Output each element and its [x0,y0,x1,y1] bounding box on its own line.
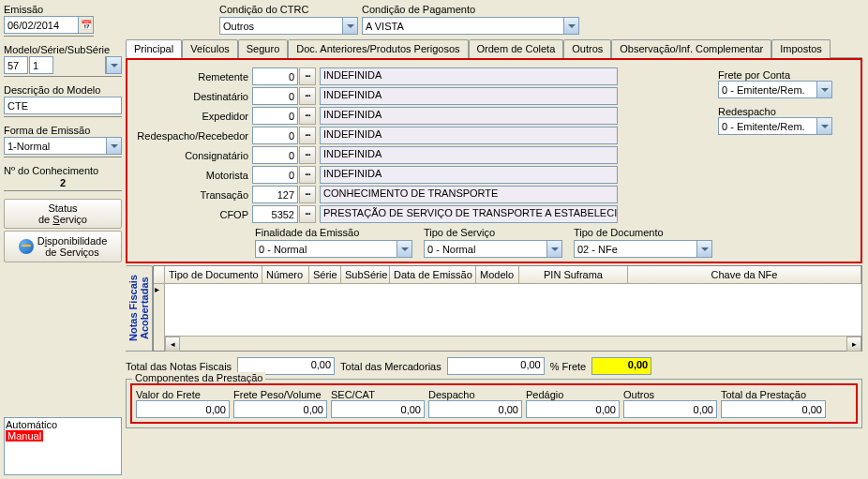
emissao-input[interactable] [4,16,79,34]
pedagio-label: Pedágio [526,389,620,400]
outros-input[interactable] [623,400,717,418]
tab-ordem-coleta[interactable]: Ordem de Coleta [469,39,564,58]
chevron-down-icon[interactable] [696,241,711,257]
tab-doc-anteriores[interactable]: Doc. Anteriores/Produtos Perigosos [288,39,468,58]
numero-value: 2 [4,177,122,191]
destinatario-lookup-button[interactable]: ··· [299,87,316,105]
col-pin-suframa[interactable]: PIN Suframa [519,266,628,283]
transacao-desc: CONHECIMENTO DE TRANSPORTE [320,186,618,203]
chevron-down-icon[interactable] [397,241,412,257]
consignatario-num[interactable] [252,146,298,164]
forma-label: Forma de Emissão [4,125,122,136]
frete-conta-dropdown[interactable]: 0 - Emitente/Rem. [718,81,832,98]
col-modelo[interactable]: Modelo [476,266,519,283]
tab-seguro[interactable]: Seguro [238,39,288,58]
tab-outros[interactable]: Outros [563,39,611,58]
transacao-num[interactable] [252,186,298,203]
scroll-left-button[interactable]: ◂ [165,337,180,352]
row-pointer-icon: ▸ [155,284,159,294]
total-prest-input[interactable] [721,400,826,418]
frete-peso-label: Frete Peso/Volume [233,389,327,400]
destinatario-desc: INDEFINIDA [320,87,618,105]
scroll-right-button[interactable]: ▸ [846,337,861,352]
chevron-down-icon[interactable] [342,18,357,34]
pct-frete-value: 0,00 [591,357,651,375]
side-options: Frete por Conta 0 - Emitente/Rem. Redesp… [718,69,840,135]
tipo-doc-dropdown[interactable]: 02 - NFe [574,240,712,258]
remetente-num[interactable] [252,67,298,85]
tipo-servico-dropdown[interactable]: 0 - Normal [424,240,562,258]
tab-impostos[interactable]: Impostos [771,39,831,58]
calendar-icon[interactable]: 📅 [79,16,94,34]
col-tipo-doc[interactable]: Tipo de Documento [165,266,262,283]
list-item-auto[interactable]: Automático [6,419,120,430]
status-servico-button[interactable]: Statusde Serviço [4,199,122,229]
list-item-manual[interactable]: Manual [6,430,120,442]
destinatario-num[interactable] [252,87,298,105]
remetente-label: Remetente [135,71,252,82]
cfop-desc: PRESTAÇÃO DE SERVIÇO DE TRANSPORTE A EST… [320,205,618,223]
vtab-notas-fiscais[interactable]: Notas Fiscais Acobertadas [126,265,153,352]
ie-icon [19,239,34,254]
outros-label: Outros [623,389,717,400]
tab-veiculos[interactable]: Veículos [182,39,238,58]
transacao-lookup-button[interactable]: ··· [299,186,316,203]
descricao-input[interactable] [4,97,122,114]
col-data-emissao[interactable]: Data de Emissão [390,266,476,283]
cfop-label: CFOP [135,209,252,220]
chevron-down-icon[interactable] [816,82,831,97]
modelo-input-2[interactable] [29,56,53,74]
expedidor-num[interactable] [252,107,298,125]
condicao-ctrc-label: Condição do CTRC [219,4,321,15]
pct-frete-label: % Frete [550,361,587,372]
condicao-pag-label: Condição de Pagamento [362,4,579,15]
col-numero[interactable]: Número [262,266,309,283]
cfop-num[interactable] [252,205,298,223]
redespacho-desc: INDEFINIDA [320,127,618,144]
col-chave-nfe[interactable]: Chave da NFe [628,266,861,283]
motorista-num[interactable] [252,166,298,184]
redespacho-side-dropdown[interactable]: 0 - Emitente/Rem. [718,117,832,135]
modelo-input-1[interactable] [4,56,28,74]
grid-body[interactable]: ▸ [154,284,861,336]
redespacho-side-label: Redespacho [718,106,776,117]
total-nf-label: Total das Notas Fiscais [126,361,232,372]
expedidor-lookup-button[interactable]: ··· [299,107,316,125]
tabs: Principal Veículos Seguro Doc. Anteriore… [126,38,862,58]
finalidade-dropdown[interactable]: 0 - Normal [255,240,412,258]
chevron-down-icon[interactable] [563,18,578,34]
condicao-pag-dropdown[interactable]: A VISTA [362,17,579,35]
frete-peso-input[interactable] [233,400,327,418]
forma-dropdown[interactable]: 1-Normal [4,137,122,155]
pedagio-input[interactable] [526,400,620,418]
condicao-ctrc-dropdown[interactable]: Outros [219,17,358,35]
disponibilidade-button[interactable]: Disponibilidadede Serviços [4,231,122,262]
scrollbar-horizontal[interactable]: ◂ ▸ [154,336,861,351]
total-merc-value: 0,00 [447,357,545,375]
destinatario-label: Destinatário [135,91,252,102]
modelo-label: Modelo/Série/SubSérie [4,44,122,55]
seccat-input[interactable] [331,400,425,418]
consignatario-lookup-button[interactable]: ··· [299,146,316,164]
cfop-lookup-button[interactable]: ··· [299,205,316,223]
col-subserie[interactable]: SubSérie [341,266,390,283]
tab-observacao[interactable]: Observação/Inf. Complementar [611,39,771,58]
emissao-label: Emissão [4,4,122,15]
numero-label: Nº do Conhecimento [4,165,122,176]
chevron-down-icon[interactable] [816,118,831,134]
valor-frete-input[interactable] [136,400,230,418]
mode-listbox[interactable]: Automático Manual [4,417,122,475]
expedidor-label: Expedidor [135,111,252,122]
despacho-input[interactable] [428,400,522,418]
chevron-down-icon[interactable] [546,241,561,257]
left-sidebar: Emissão 📅 Modelo/Série/SubSérie Descriçã… [0,0,126,479]
col-serie[interactable]: Série [309,266,341,283]
motorista-lookup-button[interactable]: ··· [299,166,316,184]
redespacho-lookup-button[interactable]: ··· [299,127,316,144]
total-merc-label: Total das Mercadorias [340,361,441,372]
chevron-down-icon[interactable] [106,138,121,154]
redespacho-num[interactable] [252,127,298,144]
tab-principal[interactable]: Principal [126,39,182,58]
remetente-lookup-button[interactable]: ··· [299,67,316,85]
modelo-dropdown[interactable] [105,56,122,74]
